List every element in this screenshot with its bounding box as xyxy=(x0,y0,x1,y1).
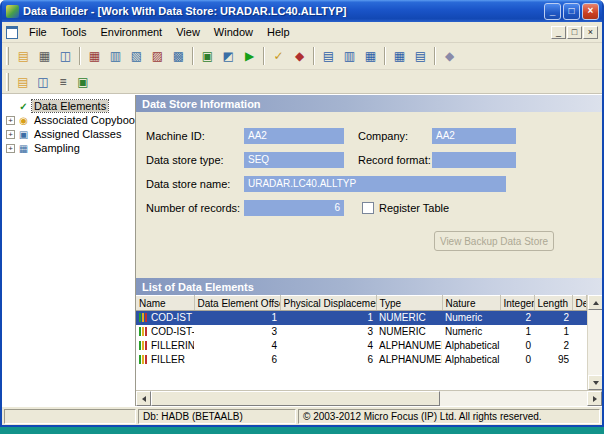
column-name[interactable]: Name xyxy=(136,296,194,311)
record-format-field[interactable] xyxy=(432,152,516,168)
view-backup-data-store-button[interactable]: View Backup Data Store xyxy=(434,231,554,251)
register-table-checkbox[interactable] xyxy=(362,202,374,214)
titlebar[interactable]: Data Builder - [Work With Data Store: UR… xyxy=(2,0,602,22)
scrollbar-track[interactable] xyxy=(588,310,602,375)
sampling-icon: ▦ xyxy=(18,143,29,154)
toolbar-separator xyxy=(263,47,265,65)
copybook-icon[interactable]: ▥ xyxy=(105,46,126,67)
diamond-icon[interactable]: ◆ xyxy=(439,46,460,67)
scroll-down-button[interactable] xyxy=(588,375,602,390)
grid-small-icon[interactable]: ▤ xyxy=(410,46,431,67)
toolbar-separator xyxy=(384,47,386,65)
column-length[interactable]: Length xyxy=(534,296,572,311)
report-icon[interactable]: ▣ xyxy=(73,72,93,91)
column-label: Data Element Offset xyxy=(198,298,281,309)
close-button[interactable]: × xyxy=(582,3,599,20)
table-row-cod-ist[interactable]: COD-IST 1 1 NUMERIC Numeric 2 2 xyxy=(136,311,587,325)
scroll-right-button[interactable] xyxy=(587,391,602,406)
mdi-close-button[interactable]: × xyxy=(583,26,598,39)
data-element-icon xyxy=(139,355,147,364)
navigation-tree: ✓ Data Elements + ◉ Associated Copybook … xyxy=(2,95,136,406)
tree-item-sampling[interactable]: + ▦ Sampling xyxy=(4,141,135,155)
expand-plus-icon[interactable]: + xyxy=(6,116,15,125)
column-type[interactable]: Type xyxy=(376,296,442,311)
scrollbar-thumb[interactable] xyxy=(151,391,440,406)
cell-displacement: 3 xyxy=(280,325,376,339)
machine-id-field[interactable]: AA2 xyxy=(244,128,344,144)
column-dec[interactable]: Dec xyxy=(572,296,587,311)
classes-icon[interactable]: ▧ xyxy=(126,46,147,67)
routines-icon[interactable]: ▩ xyxy=(168,46,189,67)
scrollbar-track[interactable] xyxy=(440,391,587,406)
cell-name: FILLER xyxy=(136,353,194,367)
form-row: Data store name: URADAR.LC40.ALLTYP xyxy=(146,172,602,196)
expand-plus-icon[interactable]: + xyxy=(6,130,15,139)
new-folder-icon: ▤ xyxy=(17,76,28,88)
table-split-icon[interactable]: ▥ xyxy=(339,46,360,67)
minimize-button[interactable]: _ xyxy=(544,3,561,20)
form-row: View Backup Data Store xyxy=(146,230,602,252)
copy-pages-icon: ◫ xyxy=(37,76,48,88)
copy-pages-icon[interactable]: ◫ xyxy=(33,72,53,91)
menu-help[interactable]: Help xyxy=(260,24,297,40)
copy-window-icon[interactable]: ◫ xyxy=(55,46,76,67)
horizontal-scrollbar[interactable] xyxy=(136,391,602,406)
menu-view[interactable]: View xyxy=(169,24,207,40)
audit-check-icon[interactable]: ✓ xyxy=(268,46,289,67)
flag-icon[interactable]: ◆ xyxy=(289,46,310,67)
arrow-up-icon xyxy=(593,301,599,305)
analysis-icon: ▣ xyxy=(202,50,213,62)
table-columns-icon[interactable]: ▦ xyxy=(360,46,381,67)
data-store-type-field[interactable]: SEQ xyxy=(244,152,344,168)
tree-item-assigned-classes[interactable]: + ▣ Assigned Classes xyxy=(4,127,135,141)
scroll-up-button[interactable] xyxy=(588,295,602,310)
menu-environment[interactable]: Environment xyxy=(93,24,169,40)
data-store-information-form: Machine ID: AA2 Company: AA2 Data store … xyxy=(136,112,602,252)
grid-large-icon[interactable]: ▦ xyxy=(389,46,410,67)
menubar: FileToolsEnvironmentViewWindowHelp _ □ × xyxy=(2,22,602,43)
mdi-document-icon[interactable] xyxy=(6,26,18,39)
column-data-element-offset[interactable]: Data Element Offset▲ xyxy=(194,296,280,311)
menu-window[interactable]: Window xyxy=(207,24,260,40)
table-view-icon[interactable]: ▤ xyxy=(318,46,339,67)
relations-icon: ▨ xyxy=(152,50,163,62)
data-store-icon[interactable]: ▦ xyxy=(84,46,105,67)
data-elements-list-area: Name Data Element Offset▲ Physical Displ… xyxy=(136,295,602,391)
table-row-cod-ist-1[interactable]: COD-IST-1 3 3 NUMERIC Numeric 1 1 xyxy=(136,325,587,339)
window-controls: _ □ × xyxy=(544,3,599,20)
table-row-fillerino[interactable]: FILLERINO 4 4 ALPHANUMERIC Alphabetical … xyxy=(136,339,587,353)
run-icon[interactable]: ▶ xyxy=(239,46,260,67)
maximize-button[interactable]: □ xyxy=(563,3,580,20)
menu-tools[interactable]: Tools xyxy=(54,24,94,40)
cell-type: NUMERIC xyxy=(376,325,442,339)
relations-icon[interactable]: ▨ xyxy=(147,46,168,67)
load-data-icon[interactable]: ◩ xyxy=(218,46,239,67)
column-physical-displacement[interactable]: Physical Displacement xyxy=(280,296,376,311)
toolbar-grip[interactable] xyxy=(6,73,9,91)
column-nature[interactable]: Nature xyxy=(442,296,500,311)
number-of-records-field[interactable]: 6 xyxy=(244,200,344,216)
analysis-icon[interactable]: ▣ xyxy=(197,46,218,67)
menu-file[interactable]: File xyxy=(22,24,54,40)
table-row-filler[interactable]: FILLER 6 6 ALPHANUMERIC Alphabetical 0 9… xyxy=(136,353,587,367)
cell-displacement: 4 xyxy=(280,339,376,353)
open-icon[interactable]: ▤ xyxy=(13,46,34,67)
tree-item-associated-copybook[interactable]: + ◉ Associated Copybook xyxy=(4,113,135,127)
tree-item-data-elements[interactable]: ✓ Data Elements xyxy=(4,99,135,113)
data-store-name-field[interactable]: URADAR.LC40.ALLTYP xyxy=(244,176,506,192)
new-folder-icon[interactable]: ▤ xyxy=(13,72,33,91)
list-icon[interactable]: ≡ xyxy=(53,72,73,91)
secondary-toolbar: ▤◫≡▣ xyxy=(2,70,602,94)
expand-plus-icon[interactable]: + xyxy=(6,144,15,153)
mdi-restore-button[interactable]: □ xyxy=(567,26,582,39)
toolbar-grip[interactable] xyxy=(6,47,9,65)
scroll-left-button[interactable] xyxy=(136,391,151,406)
mdi-minimize-button[interactable]: _ xyxy=(551,26,566,39)
company-field[interactable]: AA2 xyxy=(432,128,516,144)
print-icon[interactable]: ▦ xyxy=(34,46,55,67)
main-panel: Data Store Information Machine ID: AA2 C… xyxy=(136,95,602,406)
column-integer[interactable]: Integer xyxy=(500,296,534,311)
cell-text: FILLER xyxy=(151,354,185,365)
vertical-scrollbar[interactable] xyxy=(587,295,602,390)
cell-displacement: 1 xyxy=(280,311,376,325)
